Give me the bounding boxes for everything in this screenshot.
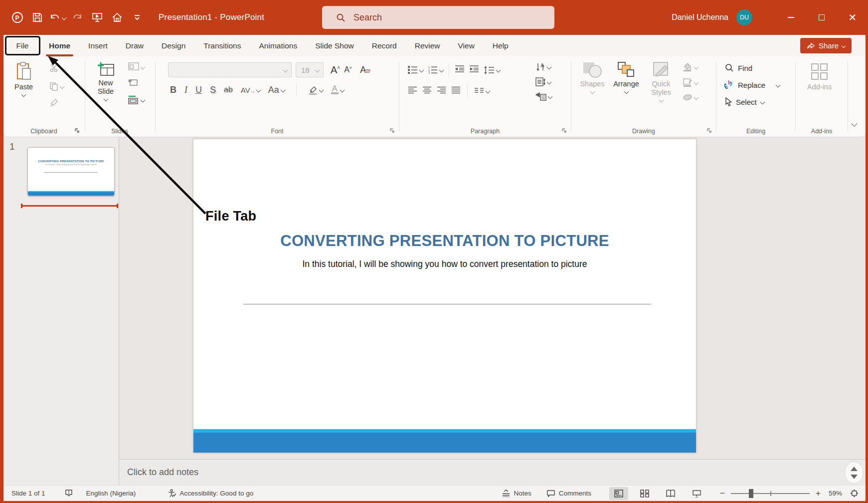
reading-view-button[interactable] [661,487,680,500]
user-name[interactable]: Daniel Uchenna [672,13,728,22]
home-button[interactable] [109,9,126,26]
paste-button[interactable]: Paste [14,61,33,96]
find-button[interactable]: Find [725,63,752,72]
tab-record[interactable]: Record [363,35,406,56]
normal-view-button[interactable] [609,487,628,500]
slide-thumbnail[interactable]: CONVERTING PRESENTATION TO PICTURE In th… [27,147,115,196]
window-title: Presentation1 - PowerPoint [159,12,264,22]
drawing-dialog-launcher[interactable] [706,128,712,134]
ribbon: Paste Clipboard New Slide [3,56,866,137]
bullets-button[interactable] [408,66,423,74]
slide-title[interactable]: CONVERTING PRESENTATION TO PICTURE [193,232,696,250]
slide-sorter-view-button[interactable] [635,487,654,500]
highlight-color-button[interactable] [308,85,323,95]
zoom-in-button[interactable]: + [816,489,821,499]
tab-view[interactable]: View [449,35,484,56]
new-slide-button[interactable]: New Slide [90,61,121,101]
text-shadow-button[interactable]: S [210,85,216,95]
group-drawing: Shapes Arrange Quick Styles Drawing [572,56,715,137]
character-spacing-button[interactable]: AV↔ [241,86,260,94]
slide-subtitle[interactable]: In this tutorial, I will be showing you … [193,259,696,269]
close-button[interactable]: ✕ [837,0,868,35]
save-button[interactable] [29,9,46,26]
tab-review[interactable]: Review [406,35,449,56]
language-indicator[interactable]: English (Nigeria) [86,490,136,497]
zoom-slider-thumb[interactable] [749,489,753,498]
avatar[interactable]: DU [736,9,752,25]
arrange-icon [617,61,636,78]
strikethrough-button[interactable]: ab [224,85,233,94]
paragraph-dialog-launcher[interactable] [561,128,567,134]
shape-fill-button-disabled [683,62,698,71]
decrease-font-size-button[interactable]: A˅ [344,65,352,74]
slide-canvas[interactable]: CONVERTING PRESENTATION TO PICTURE In th… [193,139,696,453]
zoom-slider[interactable] [731,493,810,494]
replace-button[interactable]: bc Replace [723,80,780,90]
bold-button[interactable]: B [170,85,176,95]
align-left-button[interactable] [408,86,417,96]
underline-button[interactable]: U [195,85,202,95]
close-icon: ✕ [849,12,857,22]
clear-formatting-button[interactable]: A [360,65,370,75]
shapes-button-disabled: Shapes [577,61,608,93]
share-button[interactable]: Share [800,38,852,53]
slideshow-view-icon [693,490,701,498]
accessibility-checker[interactable]: Accessibility: Good to go [168,489,253,498]
tab-slide-show[interactable]: Slide Show [306,35,363,56]
scroll-up-icon[interactable] [851,467,858,471]
shapes-icon [582,61,602,78]
tab-help[interactable]: Help [484,35,518,56]
minimize-button[interactable] [775,0,806,35]
align-center-button[interactable] [422,86,432,96]
undo-dropdown-chevron-icon[interactable] [62,15,67,20]
comments-icon [546,490,555,498]
increase-font-size-button[interactable]: A˄ [331,64,340,76]
select-button[interactable]: Select [724,97,764,106]
slideshow-view-button[interactable] [687,487,706,500]
notes-pane[interactable]: Click to add notes [119,459,866,485]
notes-toggle-button[interactable]: Notes [502,490,531,497]
collapse-ribbon-button[interactable] [851,120,858,127]
text-direction-button[interactable]: A [535,62,552,71]
maximize-button[interactable] [806,0,837,35]
slide-number: 1 [9,141,15,152]
comments-toggle-button[interactable]: Comments [546,490,591,498]
zoom-out-button[interactable]: − [720,489,725,499]
scroll-down-icon[interactable] [851,475,858,479]
justify-button[interactable] [451,86,461,96]
tab-file[interactable]: File [5,35,40,56]
zoom-level[interactable]: 59% [829,490,842,497]
line-spacing-button[interactable] [484,66,500,74]
tab-draw[interactable]: Draw [117,35,153,56]
spell-check-button[interactable] [64,489,73,498]
italic-button[interactable]: I [184,85,187,95]
tab-animations[interactable]: Animations [250,35,307,56]
clipboard-dialog-launcher[interactable] [74,128,80,134]
search-input[interactable]: Search [322,6,554,29]
tab-transitions[interactable]: Transitions [194,35,250,56]
decrease-indent-button[interactable] [455,65,465,75]
font-color-button[interactable]: A [331,85,344,94]
fit-slide-to-window-button[interactable] [850,489,859,498]
section-button[interactable] [128,95,145,104]
window-border-left [0,35,3,503]
align-text-button[interactable] [535,77,552,86]
arrange-button[interactable]: Arrange [611,61,642,93]
tab-home[interactable]: Home [40,35,79,56]
align-right-button[interactable] [437,86,446,96]
undo-button[interactable] [49,9,66,26]
powerpoint-logo-icon[interactable]: P [9,9,26,26]
notes-placeholder[interactable]: Click to add notes [127,467,198,478]
numbering-button[interactable]: 123 [428,66,443,74]
quick-access-toolbar: P [0,9,146,26]
slideshow-from-start-button[interactable] [89,9,106,26]
tab-insert[interactable]: Insert [79,35,117,56]
convert-to-smartart-button[interactable] [535,92,552,101]
increase-indent-button[interactable] [469,65,479,75]
reset-slide-button[interactable] [128,78,145,89]
font-dialog-launcher[interactable] [389,128,395,134]
tab-design[interactable]: Design [153,35,194,56]
customize-quick-access-button[interactable] [129,9,146,26]
columns-button[interactable] [474,87,490,94]
change-case-button[interactable]: Aa [268,85,285,95]
